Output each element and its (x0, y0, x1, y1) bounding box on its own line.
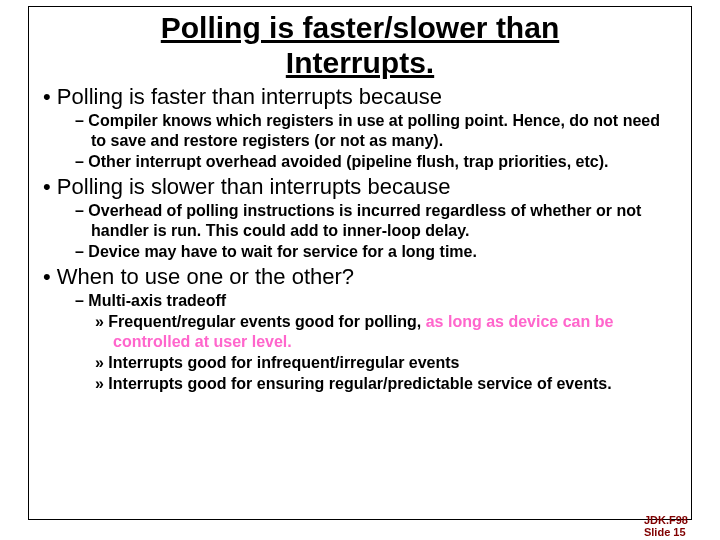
bullet-slower-sub1: Overhead of polling instructions is incu… (43, 201, 677, 241)
title-line-1: Polling is faster/slower than (161, 11, 559, 44)
footer-line2: Slide 15 (644, 526, 688, 538)
bullet-when-sub1a: Frequent/regular events good for polling… (43, 312, 677, 352)
bullet-when-sub1-text: Multi-axis tradeoff (88, 292, 226, 309)
bullet-slower: Polling is slower than interrupts becaus… (43, 174, 677, 200)
bullet-when-sub1: Multi-axis tradeoff (43, 291, 677, 311)
bullet-when-sub1b: Interrupts good for infrequent/irregular… (43, 353, 677, 373)
bullet-when-sub1c: Interrupts good for ensuring regular/pre… (43, 374, 677, 394)
bullet-faster-sub2: Other interrupt overhead avoided (pipeli… (43, 152, 677, 172)
bullet-slower-sub2: Device may have to wait for service for … (43, 242, 677, 262)
bullet-slower-sub2-text: Device may have to wait for service for … (88, 243, 477, 260)
bullet-faster-sub1: Compiler knows which registers in use at… (43, 111, 677, 151)
bullet-when-sub1b-text: Interrupts good for infrequent/irregular… (108, 354, 459, 371)
title-line-2: Interrupts. (286, 46, 434, 79)
bullet-faster-sub2-text: Other interrupt overhead avoided (pipeli… (88, 153, 608, 170)
bullet-when-sub1c-text: Interrupts good for ensuring regular/pre… (108, 375, 611, 392)
bullet-when-text: When to use one or the other? (57, 264, 354, 289)
bullet-slower-text: Polling is slower than interrupts becaus… (57, 174, 451, 199)
slide-footer: JDK.F98 Slide 15 (644, 514, 688, 538)
bullet-faster: Polling is faster than interrupts becaus… (43, 84, 677, 110)
bullet-faster-sub1-text: Compiler knows which registers in use at… (88, 112, 660, 149)
slide-title: Polling is faster/slower than Interrupts… (29, 7, 691, 82)
slide-content: Polling is faster than interrupts becaus… (29, 84, 691, 394)
bullet-when-sub1a-black: Frequent/regular events good for polling… (108, 313, 421, 330)
bullet-slower-sub1-text: Overhead of polling instructions is incu… (88, 202, 641, 239)
slide-frame: Polling is faster/slower than Interrupts… (28, 6, 692, 520)
footer-line1: JDK.F98 (644, 514, 688, 526)
bullet-when: When to use one or the other? (43, 264, 677, 290)
bullet-faster-text: Polling is faster than interrupts becaus… (57, 84, 442, 109)
